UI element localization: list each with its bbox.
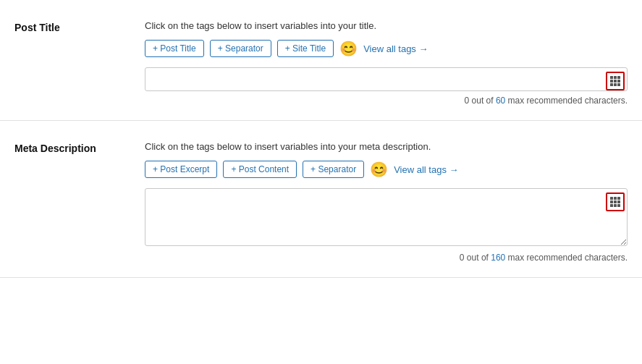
svg-rect-7 [614,83,617,86]
emoji-btn-meta[interactable]: 😊 [370,162,388,177]
title-variable-btn[interactable] [606,72,625,90]
meta-icon-btn-overlay [603,188,628,248]
title-char-count: 0 out of 60 max recommended characters. [145,96,628,106]
site-title-tag-btn[interactable]: + Site Title [277,40,334,57]
svg-rect-4 [614,80,617,82]
post-title-instruction: Click on the tags below to insert variab… [145,20,628,31]
view-all-tags-link-meta[interactable]: View all tags → [394,164,458,175]
meta-description-instruction: Click on the tags below to insert variab… [145,141,628,152]
meta-description-tags-row: + Post Excerpt + Post Content + Separato… [145,161,628,178]
title-icon-btn-overlay [603,67,628,91]
post-content-tag-btn[interactable]: + Post Content [223,161,297,178]
separator-tag-meta-btn[interactable]: + Separator [303,161,364,178]
meta-description-input-wrapper [145,188,628,248]
meta-char-count-text: 0 out of [460,253,491,263]
svg-rect-9 [610,197,613,200]
post-title-content: Click on the tags below to insert variab… [145,20,628,106]
title-char-max: 60 [496,96,505,106]
title-char-suffix: max recommended characters. [505,96,628,106]
post-excerpt-tag-btn[interactable]: + Post Excerpt [145,161,217,178]
svg-rect-12 [610,200,613,203]
post-title-input-wrapper [145,67,628,91]
post-title-label: Post Title [14,20,145,106]
svg-rect-0 [610,76,613,79]
separator-tag-btn[interactable]: + Separator [210,40,271,57]
svg-rect-14 [617,200,620,203]
meta-char-count: 0 out of 160 max recommended characters. [145,253,628,263]
svg-rect-17 [617,204,620,207]
title-char-count-text: 0 out of [465,96,496,106]
grid-icon [609,75,621,87]
post-title-tag-btn[interactable]: + Post Title [145,40,204,57]
post-title-section: Post Title Click on the tags below to in… [0,0,642,121]
svg-rect-5 [617,80,620,82]
meta-description-content: Click on the tags below to insert variab… [145,141,628,263]
svg-rect-13 [614,200,617,203]
svg-rect-15 [610,204,613,207]
post-title-input[interactable] [145,67,628,91]
svg-rect-10 [614,197,617,200]
svg-rect-8 [617,83,620,86]
meta-description-label: Meta Description [14,141,145,263]
meta-description-textarea[interactable] [145,188,628,246]
meta-char-suffix: max recommended characters. [505,253,628,263]
view-all-tags-link-title[interactable]: View all tags → [363,43,428,54]
post-title-tags-row: + Post Title + Separator + Site Title 😊 … [145,40,628,57]
svg-rect-16 [614,204,617,207]
grid-icon-meta [609,196,621,208]
emoji-btn-title[interactable]: 😊 [339,41,358,56]
svg-rect-11 [617,197,620,200]
svg-rect-6 [610,83,613,86]
svg-rect-1 [614,76,617,79]
meta-variable-btn[interactable] [606,192,625,211]
svg-rect-2 [617,76,620,79]
svg-rect-3 [610,80,613,82]
meta-description-section: Meta Description Click on the tags below… [0,121,642,278]
meta-char-max: 160 [491,253,505,263]
